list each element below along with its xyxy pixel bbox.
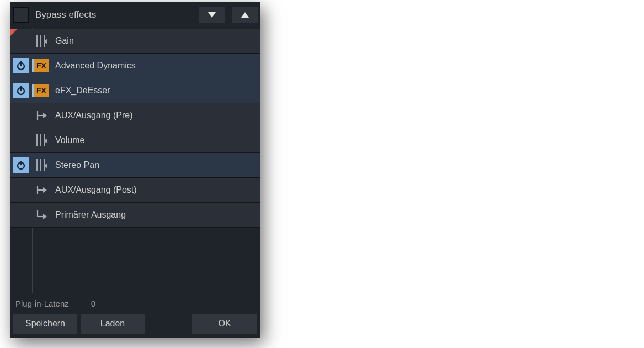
effect-row-aux-pre[interactable]: AUX/Ausgang (Pre) [10, 103, 260, 128]
power-icon [16, 86, 26, 96]
effect-label: Stereo Pan [55, 160, 99, 170]
load-button[interactable]: Laden [81, 314, 145, 334]
effect-label: AUX/Ausgang (Pre) [55, 110, 133, 120]
svg-marker-13 [43, 187, 47, 193]
bypass-checkbox[interactable] [13, 7, 29, 23]
effect-row-volume[interactable]: Volume [10, 128, 260, 153]
move-down-button[interactable] [199, 7, 225, 23]
panel-footer: Plug-in-Latenz 0 Speichern Laden OK [10, 293, 260, 338]
power-toggle[interactable] [13, 157, 29, 173]
latency-label: Plug-in-Latenz [15, 299, 69, 308]
fx-badge-icon: FX [32, 59, 49, 72]
triangle-up-icon [241, 12, 249, 18]
slider-icon [34, 33, 47, 49]
effect-row-stereo-pan[interactable]: Stereo Pan [10, 153, 260, 178]
effect-label: Advanced Dynamics [55, 61, 136, 71]
svg-marker-0 [208, 12, 216, 18]
slider-icon [34, 157, 47, 173]
effect-row-aux-post[interactable]: AUX/Ausgang (Post) [10, 178, 260, 203]
svg-marker-8 [43, 113, 47, 118]
power-toggle[interactable] [13, 58, 29, 73]
effect-row-efx-deesser[interactable]: FX eFX_DeEsser [10, 78, 260, 103]
aux-send-icon [34, 108, 47, 123]
panel-title: Bypass effects [33, 9, 192, 20]
move-up-button[interactable] [232, 7, 258, 23]
record-marker-icon [10, 29, 18, 36]
power-icon [16, 61, 26, 71]
power-icon [16, 160, 26, 170]
effect-label: Volume [55, 135, 84, 145]
effects-panel: Bypass effects Gain FX Advanced Dynamics [10, 2, 260, 338]
effects-list: Gain FX Advanced Dynamics FX eFX_DeEsser… [10, 28, 260, 293]
effect-label: eFX_DeEsser [55, 86, 110, 96]
power-toggle[interactable] [13, 83, 29, 98]
save-button[interactable]: Speichern [13, 314, 77, 334]
ok-button[interactable]: OK [192, 314, 257, 334]
triangle-down-icon [208, 12, 216, 18]
effect-row-primary-out[interactable]: Primärer Ausgang [10, 203, 260, 228]
svg-marker-16 [43, 214, 47, 219]
effect-label: AUX/Ausgang (Post) [55, 185, 137, 195]
latency-value: 0 [91, 299, 95, 308]
svg-marker-1 [241, 12, 249, 18]
latency-readout: Plug-in-Latenz 0 [13, 297, 257, 314]
effect-label: Gain [55, 36, 74, 46]
panel-header: Bypass effects [10, 2, 260, 28]
effect-label: Primärer Ausgang [55, 210, 126, 220]
fx-badge-icon: FX [32, 84, 49, 97]
aux-send-icon [34, 182, 47, 198]
effect-row-advanced-dynamics[interactable]: FX Advanced Dynamics [10, 54, 260, 78]
slider-icon [34, 133, 47, 148]
effect-row-gain[interactable]: Gain [10, 29, 260, 54]
primary-output-icon [34, 207, 47, 223]
